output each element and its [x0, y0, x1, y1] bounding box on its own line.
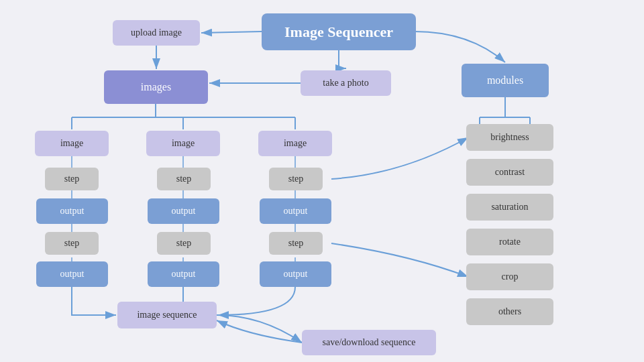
crop-label: crop	[502, 272, 519, 282]
title-node: Image Sequencer	[262, 13, 416, 50]
output2b-node: output	[148, 261, 219, 287]
output1b-label: output	[60, 269, 85, 280]
output2a-label: output	[172, 206, 196, 217]
brightness-node: brightness	[466, 124, 553, 151]
image1-label: image	[60, 138, 83, 149]
step1a-label: step	[64, 174, 80, 184]
step3b-node: step	[269, 232, 323, 255]
contrast-node: contrast	[466, 159, 553, 186]
step2b-label: step	[176, 238, 192, 249]
output1b-node: output	[36, 261, 108, 287]
contrast-label: contrast	[495, 167, 525, 178]
image2-node: image	[146, 131, 220, 156]
modules-node: modules	[462, 64, 549, 97]
step3b-label: step	[288, 238, 304, 249]
upload-image-node: upload image	[113, 20, 200, 46]
step3a-label: step	[288, 174, 304, 184]
image-sequence-label: image sequence	[137, 310, 197, 320]
rotate-label: rotate	[499, 237, 521, 247]
image-sequence-node: image sequence	[117, 302, 217, 328]
saturation-label: saturation	[491, 202, 528, 213]
upload-image-label: upload image	[131, 27, 182, 38]
step3a-node: step	[269, 168, 323, 190]
step2b-node: step	[157, 232, 211, 255]
take-photo-label: take a photo	[323, 78, 368, 88]
image2-label: image	[172, 138, 195, 149]
step1a-node: step	[45, 168, 99, 190]
saturation-node: saturation	[466, 194, 553, 221]
output3b-label: output	[284, 269, 308, 280]
step1b-node: step	[45, 232, 99, 255]
others-node: others	[466, 298, 553, 325]
image3-label: image	[284, 138, 307, 149]
output3b-node: output	[260, 261, 331, 287]
save-download-label: save/download sequence	[323, 337, 416, 348]
rotate-node: rotate	[466, 229, 553, 255]
output1a-label: output	[60, 206, 85, 217]
crop-node: crop	[466, 263, 553, 290]
output2a-node: output	[148, 198, 219, 224]
save-download-node: save/download sequence	[302, 330, 436, 355]
images-label: images	[141, 81, 171, 93]
take-photo-node: take a photo	[301, 70, 391, 96]
output3a-node: output	[260, 198, 331, 224]
image3-node: image	[258, 131, 332, 156]
modules-label: modules	[487, 74, 523, 86]
image1-node: image	[35, 131, 109, 156]
images-node: images	[104, 70, 208, 104]
step2a-node: step	[157, 168, 211, 190]
step1b-label: step	[64, 238, 80, 249]
others-label: others	[498, 306, 521, 317]
output1a-node: output	[36, 198, 108, 224]
output2b-label: output	[172, 269, 196, 280]
title-label: Image Sequencer	[284, 23, 393, 41]
step2a-label: step	[176, 174, 192, 184]
output3a-label: output	[284, 206, 308, 217]
brightness-label: brightness	[490, 132, 529, 143]
